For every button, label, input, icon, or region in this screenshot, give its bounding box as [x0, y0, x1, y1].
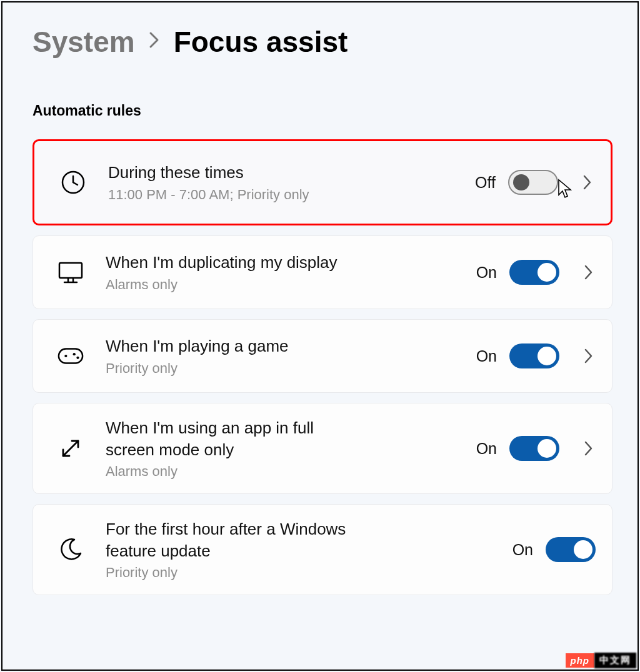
toggle-switch[interactable] — [508, 170, 558, 195]
rule-title: When I'm duplicating my display — [106, 252, 356, 274]
toggle-switch[interactable] — [546, 537, 596, 562]
game-icon — [57, 342, 84, 370]
watermark-zh: 中文网 — [594, 653, 636, 668]
rule-subtitle: Priority only — [106, 360, 464, 377]
clock-icon — [59, 169, 87, 196]
rule-subtitle: Alarms only — [106, 277, 464, 293]
rule-title: When I'm using an app in full screen mod… — [106, 417, 356, 461]
toggle-state-label: On — [476, 440, 497, 458]
rule-playing-game[interactable]: When I'm playing a game Priority only On — [32, 319, 612, 393]
svg-line-9 — [63, 441, 78, 456]
chevron-right-icon — [149, 31, 160, 54]
moon-icon — [57, 536, 84, 563]
toggle-state-label: On — [476, 264, 497, 282]
rules-list: During these times 11:00 PM - 7:00 AM; P… — [32, 139, 612, 595]
rule-title: For the first hour after a Windows featu… — [106, 518, 356, 562]
section-title-automatic-rules: Automatic rules — [32, 102, 612, 119]
breadcrumb-parent[interactable]: System — [32, 25, 135, 59]
rule-fullscreen-app[interactable]: When I'm using an app in full screen mod… — [32, 403, 612, 494]
toggle-switch[interactable] — [509, 260, 559, 285]
watermark: php 中文网 — [566, 653, 637, 668]
toggle-state-label: On — [476, 347, 497, 365]
rule-subtitle: Alarms only — [106, 463, 464, 480]
svg-point-6 — [64, 355, 67, 357]
chevron-right-icon[interactable] — [582, 349, 596, 363]
chevron-right-icon[interactable] — [581, 175, 594, 189]
toggle-switch[interactable] — [509, 343, 559, 368]
page-title: Focus assist — [174, 25, 348, 59]
rule-after-feature-update[interactable]: For the first hour after a Windows featu… — [32, 504, 612, 595]
breadcrumb: System Focus assist — [32, 25, 612, 59]
watermark-badge: php — [566, 653, 595, 668]
toggle-state-label: Off — [475, 174, 496, 192]
toggle-switch[interactable] — [509, 436, 559, 461]
rule-title: During these times — [108, 162, 358, 184]
svg-rect-1 — [59, 263, 82, 278]
rule-subtitle: 11:00 PM - 7:00 AM; Priority only — [108, 187, 462, 203]
monitor-icon — [57, 259, 84, 286]
svg-point-7 — [73, 353, 76, 355]
fullscreen-icon — [57, 435, 84, 462]
chevron-right-icon[interactable] — [582, 265, 596, 279]
rule-during-these-times[interactable]: During these times 11:00 PM - 7:00 AM; P… — [32, 139, 612, 225]
svg-rect-5 — [59, 349, 82, 363]
svg-point-8 — [76, 357, 79, 359]
toggle-state-label: On — [512, 541, 533, 559]
rule-duplicating-display[interactable]: When I'm duplicating my display Alarms o… — [32, 235, 612, 309]
rule-subtitle: Priority only — [106, 565, 500, 581]
rule-title: When I'm playing a game — [106, 335, 356, 357]
chevron-right-icon[interactable] — [582, 442, 596, 455]
